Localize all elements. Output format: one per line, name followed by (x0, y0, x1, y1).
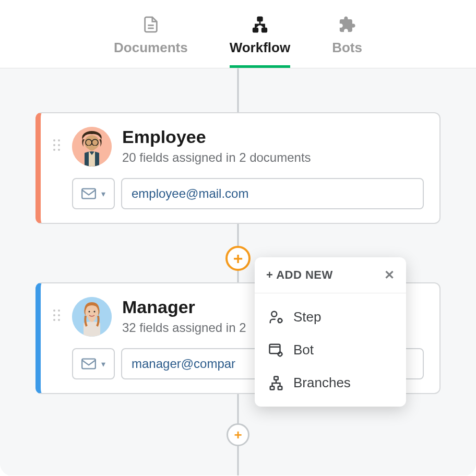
tab-documents[interactable]: Documents (114, 16, 188, 68)
email-input[interactable] (121, 178, 424, 209)
workflow-icon (251, 16, 269, 33)
svg-rect-23 (278, 386, 282, 389)
person-gear-icon (268, 310, 284, 325)
popover-item-branches[interactable]: Branches (255, 366, 406, 399)
plus-icon: + (233, 250, 243, 267)
tab-label: Documents (114, 40, 188, 56)
svg-point-13 (89, 311, 90, 313)
svg-point-20 (278, 352, 282, 356)
add-step-button-secondary[interactable]: + (227, 423, 249, 446)
notification-type-dropdown[interactable]: ▾ (72, 178, 115, 209)
workflow-step-employee[interactable]: Employee 20 fields assigned in 2 documen… (35, 112, 441, 224)
tab-bar: Documents Workflow Bots (0, 0, 476, 68)
popover-item-label: Step (293, 309, 322, 325)
puzzle-icon (338, 16, 356, 33)
chevron-down-icon: ▾ (101, 189, 105, 199)
svg-rect-10 (82, 189, 96, 199)
workflow-canvas: Employee 20 fields assigned in 2 documen… (0, 68, 476, 475)
svg-rect-4 (262, 28, 267, 32)
tab-bots[interactable]: Bots (332, 16, 362, 68)
tab-workflow[interactable]: Workflow (230, 16, 291, 68)
popover-item-step[interactable]: Step (255, 301, 406, 334)
svg-rect-21 (274, 376, 278, 379)
add-new-popover: + ADD NEW ✕ Step Bot (255, 257, 406, 407)
close-icon[interactable]: ✕ (384, 268, 395, 282)
step-subtitle: 20 fields assigned in 2 documents (122, 150, 424, 165)
notification-type-dropdown[interactable]: ▾ (72, 348, 115, 379)
window-gear-icon (268, 342, 284, 358)
avatar (72, 297, 112, 337)
tab-label: Bots (332, 40, 362, 56)
avatar (72, 127, 112, 166)
svg-rect-2 (258, 17, 263, 21)
svg-rect-15 (82, 359, 96, 369)
svg-point-16 (271, 311, 277, 316)
drag-handle-icon[interactable] (53, 310, 62, 321)
chevron-down-icon: ▾ (101, 359, 105, 369)
step-title: Employee (122, 127, 424, 147)
svg-rect-3 (253, 28, 258, 32)
popover-item-label: Branches (293, 375, 351, 391)
mail-icon (81, 188, 96, 199)
branches-icon (268, 375, 284, 391)
popover-title: + ADD NEW (266, 268, 333, 282)
drag-handle-icon[interactable] (53, 139, 62, 151)
add-step-button[interactable]: + (225, 246, 251, 271)
tab-label: Workflow (230, 40, 291, 56)
popover-item-bot[interactable]: Bot (255, 334, 406, 366)
document-icon (142, 16, 160, 33)
svg-rect-22 (270, 386, 275, 389)
mail-icon (81, 358, 96, 370)
svg-point-14 (94, 311, 96, 313)
plus-icon: + (234, 428, 242, 442)
popover-item-label: Bot (293, 342, 314, 358)
